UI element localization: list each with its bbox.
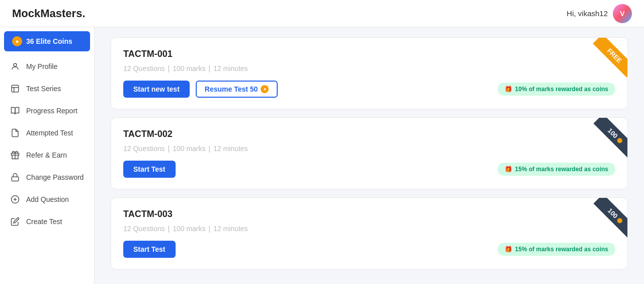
greeting-text: Hi, vikash12 — [567, 9, 608, 18]
sep1: | — [168, 64, 170, 73]
test-card-1: TACTM-001 12 Questions | 100 marks | 12 … — [111, 37, 628, 109]
sidebar: ● 36 Elite Coins My Profile Test Series … — [0, 27, 95, 284]
sep5: | — [168, 225, 170, 233]
gift-icon-3: 🎁 — [505, 246, 512, 253]
sidebar-item-add-question[interactable]: Add Question — [0, 188, 94, 210]
test-series-icon — [10, 84, 20, 94]
start-test-button-2[interactable]: Start Test — [123, 161, 176, 178]
header: MockMasters. Hi, vikash12 V — [0, 0, 644, 27]
sep3: | — [168, 145, 170, 153]
svg-rect-5 — [12, 177, 19, 181]
questions-1: 12 Questions — [123, 64, 165, 73]
test-card-3: 100 TACTM-003 12 Questions | 100 marks |… — [111, 197, 628, 269]
header-right: Hi, vikash12 V — [567, 4, 632, 23]
sidebar-item-my-profile[interactable]: My Profile — [0, 55, 94, 78]
sidebar-label-progress-report: Progress Report — [26, 107, 77, 115]
coins-ribbon-2: 100 — [577, 118, 627, 168]
test-meta-3: 12 Questions | 100 marks | 12 minutes — [123, 225, 615, 233]
refer-earn-icon — [10, 150, 20, 160]
svg-point-0 — [14, 63, 17, 66]
card-actions-3: Start Test 🎁 15% of marks rewarded as co… — [123, 241, 615, 258]
coins-ribbon-3: 100 — [577, 198, 627, 248]
sidebar-item-change-password[interactable]: Change Password — [0, 166, 94, 188]
sidebar-label-create-test: Create Test — [26, 218, 62, 226]
duration-2: 12 minutes — [213, 145, 248, 153]
test-title-2: TACTM-002 — [123, 129, 615, 139]
coins-badge[interactable]: ● 36 Elite Coins — [4, 31, 90, 51]
sep2: | — [209, 64, 211, 73]
create-test-icon — [10, 217, 20, 227]
ribbon-coin-dot-2 — [616, 137, 623, 144]
ribbon-coin-dot-3 — [616, 217, 623, 224]
card-actions-1: Start new test Resume Test 50 ● 🎁 10% of… — [123, 81, 615, 98]
ribbon-inner-2: 100 — [594, 118, 627, 158]
start-new-test-button-1[interactable]: Start new test — [123, 81, 190, 98]
sep4: | — [209, 145, 211, 153]
test-meta-1: 12 Questions | 100 marks | 12 minutes — [123, 64, 615, 73]
card-actions-2: Start Test 🎁 15% of marks rewarded as co… — [123, 161, 615, 178]
resume-label-1: Resume Test 50 — [205, 85, 258, 93]
test-title-3: TACTM-003 — [123, 209, 615, 220]
sidebar-item-test-series[interactable]: Test Series — [0, 78, 94, 100]
sidebar-label-my-profile: My Profile — [26, 62, 57, 70]
ribbon-label-3: 100 — [606, 207, 619, 220]
resume-coin-icon: ● — [261, 85, 269, 93]
svg-rect-1 — [12, 85, 19, 92]
gift-icon-2: 🎁 — [505, 166, 512, 173]
sidebar-item-progress-report[interactable]: Progress Report — [0, 100, 94, 122]
gift-icon-1: 🎁 — [505, 86, 512, 93]
questions-3: 12 Questions — [123, 225, 165, 233]
coin-icon: ● — [12, 36, 22, 46]
free-ribbon — [577, 38, 627, 88]
main-content: TACTM-001 12 Questions | 100 marks | 12 … — [95, 27, 644, 284]
coins-label: 36 Elite Coins — [26, 37, 72, 45]
marks-3: 100 marks — [173, 225, 205, 233]
test-card-2: 100 TACTM-002 12 Questions | 100 marks |… — [111, 117, 628, 189]
ribbon-label-2: 100 — [606, 127, 619, 140]
sidebar-item-refer-earn[interactable]: Refer & Earn — [0, 144, 94, 166]
add-question-icon — [10, 194, 20, 204]
sidebar-label-add-question: Add Question — [26, 195, 69, 203]
sidebar-label-test-series: Test Series — [26, 85, 61, 93]
sidebar-label-change-password: Change Password — [26, 173, 84, 181]
sidebar-item-create-test[interactable]: Create Test — [0, 210, 94, 233]
sidebar-label-attempted-test: Attempted Test — [26, 129, 73, 137]
profile-icon — [10, 61, 20, 72]
marks-2: 100 marks — [173, 145, 205, 153]
attempted-test-icon — [10, 128, 20, 138]
test-meta-2: 12 Questions | 100 marks | 12 minutes — [123, 145, 615, 153]
resume-test-button-1[interactable]: Resume Test 50 ● — [196, 81, 278, 98]
sep6: | — [209, 225, 211, 233]
duration-1: 12 minutes — [213, 64, 248, 73]
sidebar-label-refer-earn: Refer & Earn — [26, 151, 67, 159]
sidebar-item-attempted-test[interactable]: Attempted Test — [0, 122, 94, 144]
start-test-button-3[interactable]: Start Test — [123, 241, 176, 258]
marks-1: 100 marks — [173, 64, 205, 73]
logo: MockMasters. — [12, 7, 86, 20]
test-title-1: TACTM-001 — [123, 49, 615, 59]
avatar[interactable]: V — [613, 4, 632, 23]
layout: ● 36 Elite Coins My Profile Test Series … — [0, 27, 644, 284]
change-password-icon — [10, 172, 20, 182]
progress-report-icon — [10, 106, 20, 116]
ribbon-inner-3: 100 — [594, 198, 627, 238]
questions-2: 12 Questions — [123, 145, 165, 153]
duration-3: 12 minutes — [213, 225, 248, 233]
